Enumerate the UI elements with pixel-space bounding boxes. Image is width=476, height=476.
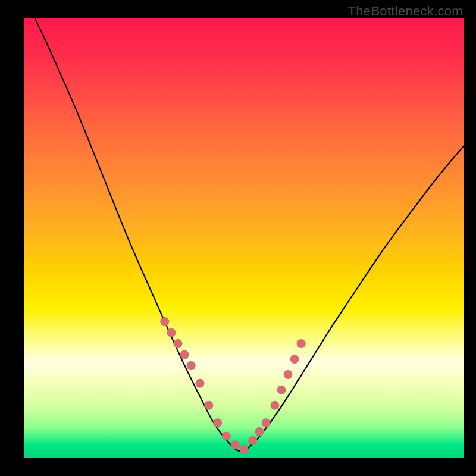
bead xyxy=(174,339,183,348)
plot-area xyxy=(24,18,464,458)
bead xyxy=(204,401,213,410)
bead xyxy=(180,350,189,359)
bead xyxy=(240,445,249,454)
bottleneck-curve xyxy=(24,18,464,451)
bead xyxy=(196,379,205,388)
bead xyxy=(160,317,169,326)
bead xyxy=(255,427,264,436)
bead xyxy=(270,401,279,410)
bead xyxy=(213,418,222,427)
attribution-text: TheBottleneck.com xyxy=(348,4,463,19)
bead xyxy=(262,418,271,427)
bead xyxy=(222,432,231,441)
bead xyxy=(231,440,240,449)
highlight-beads xyxy=(160,317,305,454)
bead xyxy=(167,328,176,337)
bead xyxy=(277,386,286,394)
chart-overlay xyxy=(24,18,464,458)
chart-frame: TheBottleneck.com xyxy=(0,0,476,476)
bead xyxy=(284,370,293,379)
bead xyxy=(297,339,306,348)
bead xyxy=(290,355,299,364)
bead xyxy=(187,361,196,370)
bead xyxy=(248,436,257,445)
